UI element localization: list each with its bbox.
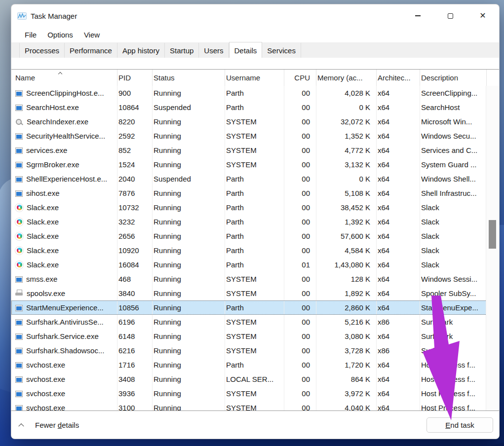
- process-row[interactable]: services.exe 852 Running SYSTEM 00 4,772…: [11, 143, 487, 157]
- process-row[interactable]: ShellExperienceHost.e... 2040 Suspended …: [11, 172, 487, 186]
- task-manager-icon: [17, 12, 27, 20]
- process-row[interactable]: Slack.exe 10732 Running Parth 00 38,452 …: [11, 200, 487, 215]
- fewer-details-toggle[interactable]: Fewer details: [19, 421, 79, 429]
- maximize-button[interactable]: [434, 4, 466, 27]
- cell-description: Slack: [420, 200, 487, 215]
- cell-architecture: x64: [377, 172, 420, 186]
- cell-pid: 2592: [117, 129, 153, 143]
- column-header-description[interactable]: Description: [420, 70, 487, 86]
- column-header-memory[interactable]: Memory (ac...: [316, 70, 377, 86]
- cell-name: spoolsv.exe: [11, 286, 117, 300]
- cell-memory: 2,860 K: [316, 300, 377, 315]
- tab-services[interactable]: Services: [262, 43, 301, 58]
- process-row[interactable]: Surfshark.AntivirusSe... 6196 Running SY…: [11, 315, 487, 329]
- cell-name: Slack.exe: [11, 258, 117, 272]
- cell-cpu: 00: [284, 143, 316, 157]
- end-task-button[interactable]: End task: [426, 417, 493, 433]
- process-row[interactable]: Surfshark.Shadowsoc... 6216 Running SYST…: [11, 343, 487, 358]
- column-header-pid[interactable]: PID: [117, 70, 153, 86]
- cell-architecture: x64: [377, 286, 420, 300]
- process-row[interactable]: svchost.exe 3100 Running SYSTEM 00 4,040…: [11, 401, 487, 410]
- tab-performance[interactable]: Performance: [65, 43, 117, 58]
- process-row[interactable]: SearchHost.exe 10864 Suspended Parth 00 …: [11, 100, 487, 114]
- vertical-scrollbar[interactable]: [486, 86, 499, 410]
- column-header-status[interactable]: Status: [153, 70, 225, 86]
- cell-pid: 2040: [117, 172, 153, 186]
- column-header-name[interactable]: Name: [11, 70, 117, 86]
- process-row[interactable]: Slack.exe 16084 Running Parth 01 1,43,08…: [11, 258, 487, 272]
- window-icon: [15, 276, 23, 283]
- cell-username: SYSTEM: [225, 315, 284, 329]
- minimize-icon: [415, 15, 421, 16]
- window-icon: [15, 133, 23, 140]
- cell-username: SYSTEM: [225, 386, 284, 401]
- cell-status: Running: [153, 86, 225, 100]
- process-table: Name PID Status Username CPU Memory (ac.…: [11, 69, 499, 410]
- cell-pid: 10732: [117, 200, 153, 215]
- tab-details[interactable]: Details: [229, 42, 263, 58]
- process-row[interactable]: StartMenuExperience... 10856 Running Par…: [11, 300, 487, 315]
- cell-username: SYSTEM: [225, 272, 284, 286]
- cell-cpu: 00: [284, 329, 316, 343]
- cell-description: Host Process f...: [420, 401, 487, 410]
- process-row[interactable]: Slack.exe 3232 Running Parth 00 1,392 K …: [11, 215, 487, 229]
- cell-description: Slack: [420, 243, 487, 258]
- menu-view[interactable]: View: [78, 29, 105, 40]
- cell-name: Slack.exe: [11, 215, 117, 229]
- cell-name: services.exe: [11, 143, 117, 157]
- cell-memory: 32,072 K: [316, 114, 377, 129]
- menu-file[interactable]: File: [19, 29, 42, 40]
- cell-cpu: 00: [284, 315, 316, 329]
- cell-status: Suspended: [153, 172, 225, 186]
- cell-pid: 10856: [117, 300, 153, 315]
- slack-logo-icon: [15, 232, 23, 240]
- cell-username: SYSTEM: [225, 329, 284, 343]
- window-icon: [15, 148, 23, 154]
- window-icon: [15, 362, 23, 369]
- window-icon: [15, 348, 23, 354]
- cell-memory: 864 K: [316, 372, 377, 386]
- process-row[interactable]: smss.exe 468 Running SYSTEM 00 128 K x64…: [11, 272, 487, 286]
- cell-name: StartMenuExperience...: [11, 300, 117, 315]
- process-row[interactable]: svchost.exe 1716 Running Parth 00 1,720 …: [11, 358, 487, 372]
- cell-memory: 3,080 K: [316, 329, 377, 343]
- tab-app-history[interactable]: App history: [117, 43, 165, 58]
- cell-username: SYSTEM: [225, 114, 284, 129]
- cell-description: Spooler SubSy...: [420, 286, 487, 300]
- cell-description: Surfshark: [420, 315, 487, 329]
- minimize-button[interactable]: [401, 4, 434, 27]
- cell-pid: 7876: [117, 186, 153, 200]
- cell-description: Slack: [420, 229, 487, 243]
- cell-memory: 0 K: [316, 100, 377, 114]
- scrollbar-thumb[interactable]: [489, 220, 496, 249]
- cell-architecture: x64: [377, 86, 420, 100]
- process-row[interactable]: svchost.exe 3408 Running LOCAL SER... 00…: [11, 372, 487, 386]
- cell-architecture: x64: [377, 401, 420, 410]
- process-row[interactable]: Slack.exe 10920 Running Parth 00 4,584 K…: [11, 243, 487, 258]
- cell-memory: 128 K: [316, 272, 377, 286]
- process-row[interactable]: ScreenClippingHost.e... 900 Running Part…: [11, 86, 487, 100]
- cell-name: Slack.exe: [11, 243, 117, 258]
- tab-users[interactable]: Users: [199, 43, 229, 58]
- process-row[interactable]: SecurityHealthService... 2592 Running SY…: [11, 129, 487, 143]
- process-row[interactable]: SgrmBroker.exe 1524 Running SYSTEM 00 3,…: [11, 157, 487, 172]
- cell-name: ScreenClippingHost.e...: [11, 86, 117, 100]
- column-header-cpu[interactable]: CPU: [284, 70, 316, 86]
- close-button[interactable]: ✕: [466, 4, 499, 27]
- task-manager-window: Task Manager ✕ File Options View Process…: [11, 4, 500, 439]
- tab-processes[interactable]: Processes: [19, 43, 65, 58]
- tab-startup[interactable]: Startup: [165, 43, 199, 58]
- process-row[interactable]: Slack.exe 2656 Running Parth 00 57,600 K…: [11, 229, 487, 243]
- cell-username: Parth: [225, 358, 284, 372]
- process-row[interactable]: spoolsv.exe 3840 Running SYSTEM 00 1,892…: [11, 286, 487, 300]
- cell-username: SYSTEM: [225, 343, 284, 358]
- menu-options[interactable]: Options: [42, 29, 78, 40]
- process-row[interactable]: sihost.exe 7876 Running Parth 00 5,108 K…: [11, 186, 487, 200]
- process-row[interactable]: SearchIndexer.exe 8220 Running SYSTEM 00…: [11, 114, 487, 129]
- process-row[interactable]: svchost.exe 3936 Running SYSTEM 00 3,972…: [11, 386, 487, 401]
- cell-status: Running: [153, 358, 225, 372]
- column-header-username[interactable]: Username: [225, 70, 284, 86]
- cell-pid: 2656: [117, 229, 153, 243]
- process-row[interactable]: Surfshark.Service.exe 6148 Running SYSTE…: [11, 329, 487, 343]
- column-header-architecture[interactable]: Architec...: [377, 70, 420, 86]
